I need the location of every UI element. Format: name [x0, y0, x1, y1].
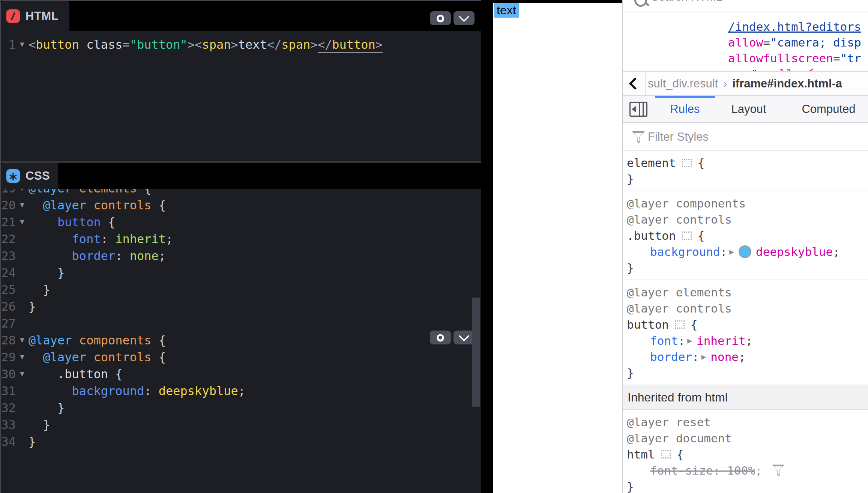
grid-highlighter-icon[interactable]	[682, 231, 692, 240]
tab-rules[interactable]: Rules	[655, 96, 715, 122]
expand-arrow-icon[interactable]: ▶	[701, 352, 706, 361]
breadcrumb-back-button[interactable]	[623, 72, 646, 95]
fold-arrow-icon[interactable]: ▼	[16, 353, 29, 361]
html-editor-tab[interactable]: HTML	[1, 1, 69, 31]
rule-selector-line[interactable]: element{	[627, 155, 868, 171]
css-editor-scrollbar[interactable]	[472, 298, 480, 407]
devtools-inspector: Search HTML /index.html?editorsallow="ca…	[623, 0, 868, 493]
rule-declaration[interactable]: border:▶none;	[627, 349, 868, 365]
rule-selector-line[interactable]: @layer elements	[627, 284, 868, 300]
fold-arrow-icon[interactable]: ▼	[16, 189, 29, 192]
fold-arrow-icon[interactable]: ▼	[16, 218, 29, 226]
grid-highlighter-icon[interactable]	[682, 159, 692, 167]
search-html-row[interactable]: Search HTML	[623, 0, 868, 12]
rule-selector-line[interactable]: .button{	[627, 227, 868, 243]
rule-declaration[interactable]: font:▶inherit;	[627, 332, 868, 349]
editor-line[interactable]: 20▼ @layer controls {	[0, 197, 471, 213]
line-number: 27	[0, 316, 16, 331]
breadcrumb-parent-node[interactable]: sult_div.result	[648, 77, 718, 90]
color-swatch[interactable]	[739, 245, 751, 258]
breadcrumb: sult_div.result › iframe#index.html-a	[623, 71, 868, 96]
grid-highlighter-icon[interactable]	[661, 450, 671, 458]
token: background	[650, 245, 720, 259]
code-text: }	[29, 401, 65, 415]
editor-line[interactable]: 19▼@layer elements {	[0, 189, 471, 197]
grid-highlighter-icon[interactable]	[675, 320, 685, 329]
line-number: 26	[0, 299, 16, 314]
token: @layer controls	[627, 213, 732, 226]
rule-selector-line[interactable]: button{	[627, 316, 868, 332]
rule-selector-line[interactable]: @layer controls	[627, 300, 868, 316]
three-pane-toggle-icon[interactable]	[629, 102, 647, 117]
filter-styles-row[interactable]: Filter Styles	[623, 123, 868, 151]
markup-line[interactable]: /index.html?editors	[728, 19, 868, 35]
highlighted-button-element[interactable]: text	[494, 3, 519, 18]
token: {	[152, 350, 166, 364]
fold-arrow-icon[interactable]: ▼	[16, 370, 29, 378]
expand-arrow-icon[interactable]: ▶	[687, 336, 692, 345]
editor-line[interactable]: 31 background: deepskyblue;	[0, 382, 471, 399]
token: components	[72, 333, 152, 347]
editor-line[interactable]: 1▼<button class="button"><span>text</spa…	[0, 36, 481, 53]
editor-line[interactable]: 26}	[0, 298, 471, 315]
rule-selector-line[interactable]: @layer reset	[627, 414, 868, 430]
token: {	[152, 333, 166, 347]
code-editor-column: HTML 1▼<button class="button"><span>text…	[0, 0, 481, 493]
html-icon	[6, 9, 20, 23]
token: "button"	[130, 38, 188, 52]
token: border	[650, 350, 692, 364]
token: {	[108, 367, 123, 381]
html-settings-button[interactable]	[430, 11, 451, 25]
rule-selector-line[interactable]: @layer document	[627, 430, 868, 446]
html-code-editor[interactable]: 1▼<button class="button"><span>text</spa…	[0, 31, 481, 166]
editor-line[interactable]: 23 border: none;	[0, 247, 471, 264]
rule-selector-line[interactable]: @layer components	[627, 195, 868, 211]
editor-line[interactable]: 33 }	[0, 416, 471, 433]
inherited-from-header: Inherited from html	[623, 385, 868, 410]
token: ;	[166, 232, 173, 246]
overridden-filter-icon[interactable]	[772, 464, 784, 476]
markup-line[interactable]: ue" allowf	[737, 66, 868, 71]
breadcrumb-current-node[interactable]: iframe#index.html-a	[732, 77, 842, 90]
editor-line[interactable]: 30▼ .button {	[0, 365, 471, 382]
editor-line[interactable]: 34}	[0, 433, 471, 450]
token: deepskyblue	[152, 384, 238, 398]
rule-selector-line[interactable]: @layer controls	[627, 211, 868, 227]
rule-declaration[interactable]: background:▶deepskyblue;	[627, 243, 868, 260]
code-text: button {	[29, 215, 115, 229]
fold-arrow-icon[interactable]: ▼	[16, 336, 29, 344]
markup-line[interactable]: allow="camera; disp	[728, 35, 868, 50]
token: {	[137, 189, 152, 195]
token: @layer components	[627, 197, 746, 210]
css-editor-tab[interactable]: * CSS	[1, 163, 58, 189]
editor-line[interactable]: 28▼@layer components {	[0, 332, 471, 349]
token: .button	[627, 229, 676, 242]
token: @layer reset	[627, 415, 711, 429]
chevron-down-icon	[459, 11, 469, 22]
line-number: 25	[0, 283, 16, 297]
code-text: font: inherit;	[29, 232, 173, 246]
editor-line[interactable]: 21▼ button {	[0, 213, 471, 230]
markup-line[interactable]: allowfullscreen="tr	[728, 50, 868, 66]
code-text: }	[29, 299, 36, 314]
css-code-editor[interactable]: 19▼@layer elements {20▼ @layer controls …	[0, 189, 471, 493]
rule-selector-line[interactable]: html{	[627, 446, 868, 462]
html-collapse-button[interactable]	[454, 11, 475, 25]
fold-arrow-icon[interactable]: ▼	[16, 40, 29, 49]
rule-declaration[interactable]: font-size: 100%;	[627, 462, 868, 478]
editor-line[interactable]: 32 }	[0, 399, 471, 416]
editor-line[interactable]: 22 font: inherit;	[0, 230, 471, 247]
button-text: text	[497, 3, 516, 17]
editor-line[interactable]: 25 }	[0, 281, 471, 298]
markup-view[interactable]: /index.html?editorsallow="camera; dispal…	[623, 13, 868, 71]
editor-line[interactable]: 24 }	[0, 264, 471, 281]
editor-line[interactable]: 29▼ @layer controls {	[0, 349, 471, 365]
token: >	[188, 38, 195, 52]
tab-computed[interactable]: Computed	[797, 96, 860, 122]
editor-line[interactable]: 27	[0, 315, 471, 332]
tab-layout[interactable]: Layout	[721, 96, 777, 122]
code-text: }	[29, 266, 65, 280]
token: elements	[72, 189, 137, 195]
fold-arrow-icon[interactable]: ▼	[16, 201, 29, 209]
expand-arrow-icon[interactable]: ▶	[729, 247, 734, 256]
